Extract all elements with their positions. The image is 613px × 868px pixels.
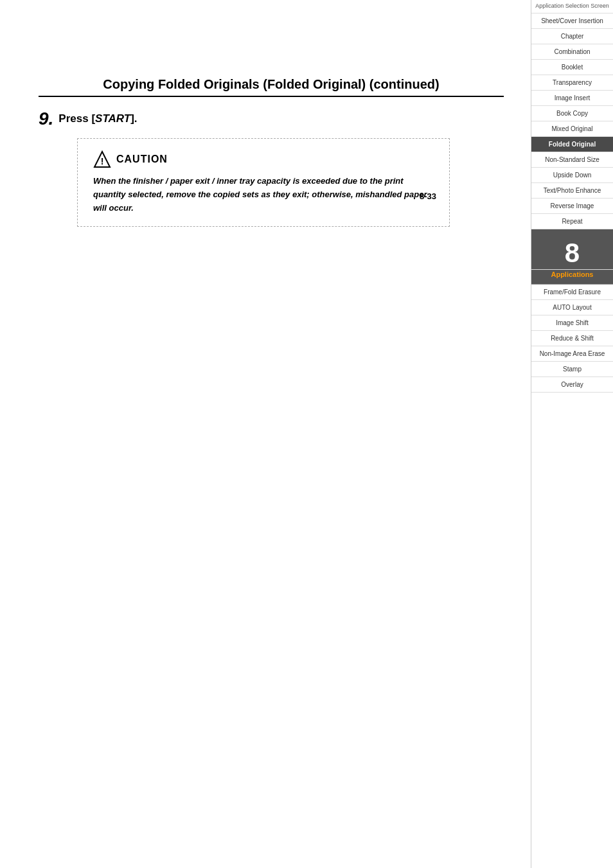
sidebar-item-23[interactable]: Overlay (531, 377, 613, 393)
caution-box: ! CAUTION When the finisher / paper exit… (77, 138, 450, 227)
sidebar-item-15[interactable]: 8 (531, 229, 613, 270)
sidebar-item-8[interactable]: Mixed Original (531, 121, 613, 137)
sidebar-item-0[interactable]: Application Selection Screen (531, 0, 613, 13)
sidebar-item-10[interactable]: Non-Standard Size (531, 152, 613, 168)
page-title: Copying Folded Originals (Folded Origina… (39, 77, 504, 97)
caution-icon: ! (93, 150, 111, 168)
page-number: 8-33 (420, 191, 436, 201)
sidebar-item-18[interactable]: AUTO Layout (531, 300, 613, 315)
sidebar-item-14[interactable]: Repeat (531, 214, 613, 229)
sidebar-item-9[interactable]: Folded Original (531, 137, 613, 152)
sidebar-item-3[interactable]: Combination (531, 44, 613, 60)
sidebar-item-1[interactable]: Sheet/Cover Insertion (531, 13, 613, 29)
sidebar-item-6[interactable]: Image Insert (531, 91, 613, 106)
sidebar-item-21[interactable]: Non-Image Area Erase (531, 346, 613, 362)
sidebar-item-4[interactable]: Booklet (531, 60, 613, 75)
caution-body: When the finisher / paper exit / inner t… (93, 175, 434, 215)
sidebar-item-12[interactable]: Text/Photo Enhance (531, 183, 613, 199)
sidebar-item-7[interactable]: Book Copy (531, 106, 613, 121)
sidebar-item-17[interactable]: Frame/Fold Erasure (531, 285, 613, 300)
step-keyword: START (95, 112, 130, 125)
svg-text:!: ! (101, 156, 104, 166)
step-line: 9. Press [START]. (39, 110, 504, 128)
sidebar-item-2[interactable]: Chapter (531, 29, 613, 44)
sidebar-item-20[interactable]: Reduce & Shift (531, 331, 613, 346)
sidebar-item-16[interactable]: Applications (531, 270, 613, 285)
sidebar-item-19[interactable]: Image Shift (531, 315, 613, 331)
sidebar-item-13[interactable]: Reverse Image (531, 199, 613, 214)
step-number: 9. (39, 110, 53, 128)
step-text: Press [START]. (58, 110, 137, 125)
sidebar-item-11[interactable]: Upside Down (531, 168, 613, 183)
sidebar-item-22[interactable]: Stamp (531, 362, 613, 377)
sidebar: Application Selection ScreenSheet/Cover … (531, 0, 613, 868)
sidebar-item-5[interactable]: Transparency (531, 75, 613, 91)
caution-title: CAUTION (116, 154, 168, 165)
caution-header: ! CAUTION (93, 150, 434, 168)
main-content: Copying Folded Originals (Folded Origina… (0, 0, 529, 252)
